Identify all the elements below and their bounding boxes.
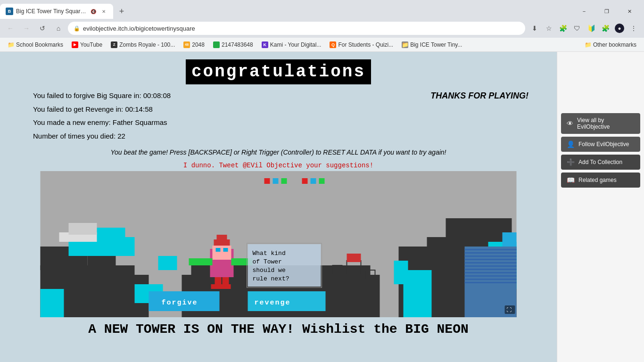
bookmark-ice[interactable]: 📁 Big ICE Tower Tiny...	[398, 39, 466, 50]
svg-rect-3	[88, 256, 116, 270]
close-button[interactable]: ✕	[619, 2, 640, 21]
svg-rect-9	[158, 256, 177, 270]
congrats-area: congratulations You failed to forgive Bi…	[0, 52, 557, 171]
new-tab-button[interactable]: +	[115, 5, 128, 18]
svg-rect-46	[465, 252, 517, 254]
bookmark-star-icon[interactable]: ☆	[542, 22, 555, 35]
profile-icon[interactable]: ●	[613, 22, 626, 35]
game-canvas: What kind of Tower should we rule next?	[0, 171, 557, 317]
svg-text:⛶: ⛶	[506, 307, 512, 313]
window-controls: − ❐ ✕	[573, 2, 644, 21]
view-all-button[interactable]: 👁 View all by EvilObjective	[561, 113, 640, 134]
view-all-icon: 👁	[567, 120, 573, 127]
address-input[interactable]: 🔒 evilobjective.itch.io/bigicetowertinys…	[68, 22, 525, 35]
related-games-button[interactable]: 📖 Related games	[561, 173, 640, 188]
bookmark-kami[interactable]: K Kami - Your Digital...	[258, 39, 325, 50]
beat-game-text: You beat the game! Press [BACKSPACE] or …	[5, 145, 552, 160]
svg-rect-49	[465, 262, 517, 263]
bookmark-students[interactable]: Q For Students - Quizi...	[326, 39, 397, 50]
maximize-button[interactable]: ❐	[596, 2, 618, 21]
active-tab[interactable]: B Big ICE Tower Tiny Square F... 🔇 ✕	[0, 4, 113, 19]
thanks-text: THANKS FOR PLAYING!	[430, 89, 528, 101]
tab-bar: B Big ICE Tower Tiny Square F... 🔇 ✕ + −…	[0, 0, 644, 19]
bookmark-other-icon: 📁	[585, 41, 591, 48]
game-svg: What kind of Tower should we rule next?	[0, 171, 557, 317]
stat2: You failed to get Revenge in: 00:14:58	[33, 103, 171, 116]
svg-rect-7	[41, 289, 64, 317]
right-sidebar: 👁 View all by EvilObjective 👤 Follow Evi…	[557, 52, 644, 362]
svg-rect-25	[211, 284, 222, 289]
svg-rect-18	[213, 246, 231, 260]
svg-rect-53	[465, 275, 517, 277]
svg-rect-39	[446, 218, 512, 242]
puzzle-icon[interactable]: 🧩	[599, 22, 612, 35]
svg-rect-60	[311, 178, 316, 184]
svg-text:What kind: What kind	[253, 250, 286, 257]
bookmark-label: 2147483648	[222, 41, 253, 48]
related-label: Related games	[578, 177, 617, 183]
bookmark-2048-icon: 48	[183, 41, 190, 48]
stat1: You failed to forgive Big Square in: 00:…	[33, 89, 171, 103]
follow-icon: 👤	[567, 140, 575, 148]
bookmark-label: YouTube	[80, 41, 102, 48]
tab-close-button[interactable]: ✕	[100, 8, 107, 15]
address-actions: ⬇ ☆ 🧩 🛡 🔰 🧩 ● ⋮	[528, 22, 640, 35]
tab-favicon: B	[6, 8, 13, 15]
svg-rect-47	[465, 255, 517, 257]
vpn-shield-icon[interactable]: 🔰	[585, 22, 598, 35]
follow-label: Follow EvilObjective	[578, 141, 629, 148]
svg-rect-45	[465, 249, 517, 250]
svg-rect-55	[465, 282, 517, 283]
svg-rect-50	[465, 265, 517, 267]
extensions-icon[interactable]: 🧩	[556, 22, 570, 35]
bookmarks-bar: 📁 School Bookmarks ▶ YouTube Z Zombs Roy…	[0, 38, 644, 52]
bookmark-num[interactable]: 2147483648	[209, 39, 257, 50]
tab-mute-icon[interactable]: 🔇	[90, 8, 97, 15]
bookmark-yt-icon: ▶	[72, 41, 78, 48]
tab-title: Big ICE Tower Tiny Square F...	[16, 8, 87, 15]
svg-rect-54	[465, 279, 517, 280]
follow-button[interactable]: 👤 Follow EvilObjective	[561, 137, 640, 152]
bookmark-2048[interactable]: 48 2048	[180, 39, 208, 50]
svg-rect-21	[189, 258, 213, 265]
tweet-text: I dunno. Tweet @EVil Objective your sugg…	[5, 160, 552, 171]
forward-button[interactable]: →	[20, 22, 33, 35]
address-text: evilobjective.itch.io/bigicetowertinysqu…	[83, 25, 520, 32]
bottom-text: A NEW TOWER IS ON THE WAY! Wishlist the …	[0, 317, 557, 341]
download-icon[interactable]: ⬇	[528, 22, 541, 35]
address-bar: ← → ↺ ⌂ 🔒 evilobjective.itch.io/bigiceto…	[0, 19, 644, 38]
svg-rect-57	[273, 178, 279, 184]
shield-icon[interactable]: 🛡	[570, 22, 584, 35]
reload-button[interactable]: ↺	[36, 22, 49, 35]
bookmark-school[interactable]: 📁 School Bookmarks	[4, 39, 67, 50]
svg-text:should we: should we	[253, 267, 286, 274]
bookmark-youtube[interactable]: ▶ YouTube	[68, 39, 106, 50]
bookmark-label: Zombs Royale - 100...	[119, 41, 175, 48]
more-options-icon[interactable]: ⋮	[627, 22, 640, 35]
svg-rect-26	[221, 284, 231, 289]
bookmark-zombs-icon: Z	[111, 41, 117, 48]
bookmark-label: Other bookmarks	[593, 41, 636, 48]
svg-text:of Tower: of Tower	[253, 258, 282, 265]
svg-rect-11	[69, 223, 97, 235]
title-container: congratulations	[5, 52, 552, 87]
svg-text:revenge: revenge	[255, 299, 291, 307]
svg-rect-48	[465, 259, 517, 260]
svg-rect-41	[404, 270, 432, 317]
svg-rect-20	[223, 248, 228, 252]
bookmark-zombs[interactable]: Z Zombs Royale - 100...	[107, 39, 179, 50]
collection-icon: ➕	[567, 158, 575, 166]
stat3: You made a new enemy: Father Squarmas	[33, 116, 171, 130]
svg-rect-56	[264, 178, 270, 184]
minimize-button[interactable]: −	[573, 2, 595, 21]
svg-rect-58	[281, 178, 287, 184]
home-button[interactable]: ⌂	[52, 22, 65, 35]
svg-text:forgive: forgive	[162, 299, 198, 307]
back-button[interactable]: ←	[4, 22, 17, 35]
collection-button[interactable]: ➕ Add To Collection	[561, 155, 640, 170]
bookmark-other[interactable]: 📁 Other bookmarks	[581, 39, 640, 50]
stats-row: You failed to forgive Big Square in: 00:…	[5, 87, 552, 145]
svg-rect-52	[465, 272, 517, 273]
title-box: congratulations	[186, 59, 371, 84]
bookmark-label: Big ICE Tower Tiny...	[410, 41, 462, 48]
